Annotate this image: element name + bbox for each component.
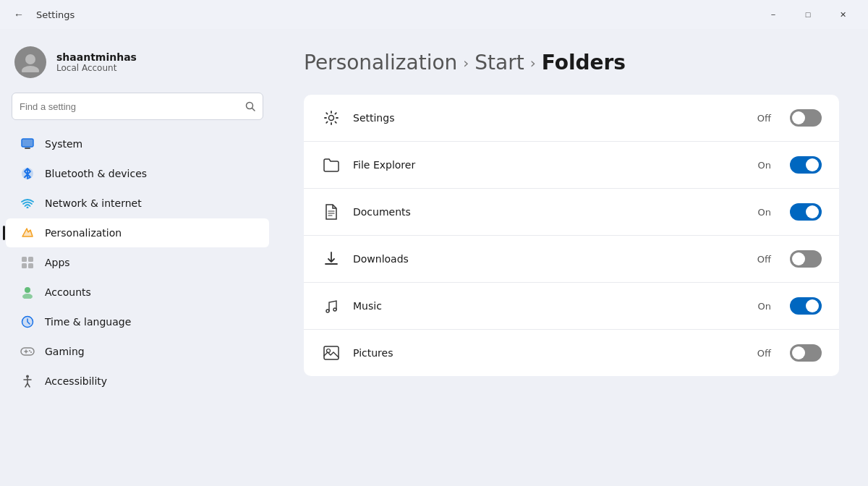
music-toggle[interactable] (790, 297, 822, 315)
search-icon (245, 101, 255, 111)
svg-rect-6 (22, 139, 33, 147)
svg-rect-13 (28, 263, 33, 268)
file-explorer-status: On (758, 160, 771, 171)
app-body: shaantminhas Local Account (0, 29, 868, 486)
svg-rect-12 (22, 263, 27, 268)
sidebar-item-personalization-label: Personalization (45, 227, 122, 239)
pictures-toggle-thumb (792, 346, 805, 359)
nav-list: System Bluetooth & devices (0, 129, 275, 486)
sidebar-item-bluetooth[interactable]: Bluetooth & devices (6, 159, 269, 188)
sidebar-item-network-label: Network & internet (45, 197, 142, 209)
pictures-label: Pictures (353, 347, 746, 359)
accounts-icon (20, 285, 35, 299)
user-info: shaantminhas Local Account (56, 51, 137, 73)
sidebar-item-network[interactable]: Network & internet (6, 189, 269, 218)
time-icon (20, 315, 35, 329)
titlebar: ← Settings − □ ✕ (0, 0, 868, 29)
svg-point-15 (22, 294, 33, 299)
svg-point-9 (27, 207, 29, 209)
network-icon (20, 196, 35, 210)
settings-toggle[interactable] (790, 109, 822, 127)
documents-toggle[interactable] (790, 203, 822, 221)
setting-row-settings: Settings Off (304, 95, 839, 142)
sidebar-item-accounts[interactable]: Accounts (6, 278, 269, 307)
downloads-toggle[interactable] (790, 250, 822, 268)
back-button[interactable]: ← (9, 4, 29, 25)
app-title: Settings (36, 9, 749, 20)
main-content: Personalization › Start › Folders Settin… (275, 29, 868, 486)
music-toggle-thumb (806, 299, 819, 312)
sidebar-item-bluetooth-label: Bluetooth & devices (45, 168, 147, 179)
sidebar-item-system[interactable]: System (6, 129, 269, 158)
settings-status: Off (757, 113, 771, 124)
file-explorer-toggle-thumb (806, 158, 819, 171)
maximize-button[interactable]: □ (791, 3, 825, 26)
settings-label: Settings (353, 112, 746, 124)
svg-point-22 (30, 351, 32, 353)
close-button[interactable]: ✕ (826, 3, 859, 26)
settings-toggle-track[interactable] (790, 109, 822, 127)
pictures-icon (321, 343, 341, 363)
avatar (14, 46, 46, 78)
music-status: On (758, 301, 771, 312)
sidebar-item-accounts-label: Accounts (45, 286, 91, 298)
sidebar-item-accessibility-label: Accessibility (45, 375, 107, 387)
sidebar-item-personalization[interactable]: Personalization (6, 218, 269, 247)
sidebar-item-gaming-label: Gaming (45, 346, 85, 357)
setting-row-file-explorer: File Explorer On (304, 142, 839, 189)
svg-point-0 (25, 54, 35, 64)
folder-icon (321, 155, 341, 175)
sidebar-item-apps[interactable]: Apps (6, 248, 269, 277)
search-input[interactable] (20, 101, 239, 112)
sidebar-item-gaming[interactable]: Gaming (6, 337, 269, 366)
svg-rect-7 (25, 148, 30, 149)
search-box (12, 93, 263, 120)
setting-row-pictures: Pictures Off (304, 330, 839, 376)
downloads-toggle-thumb (792, 252, 805, 265)
music-label: Music (353, 300, 746, 312)
apps-icon (20, 255, 35, 270)
svg-point-23 (26, 375, 29, 378)
svg-rect-11 (28, 257, 33, 262)
svg-rect-10 (22, 257, 27, 262)
breadcrumb-folders: Folders (542, 51, 626, 74)
minimize-button[interactable]: − (757, 3, 790, 26)
setting-row-music: Music On (304, 283, 839, 330)
personalization-icon (20, 226, 35, 240)
breadcrumb-start[interactable]: Start (475, 51, 524, 74)
breadcrumb-personalization[interactable]: Personalization (304, 51, 457, 74)
pictures-status: Off (757, 348, 771, 359)
account-type: Local Account (56, 63, 137, 73)
user-section: shaantminhas Local Account (0, 29, 275, 93)
gaming-icon (20, 344, 35, 359)
music-icon (321, 296, 341, 316)
breadcrumb-sep-2: › (530, 54, 536, 72)
downloads-toggle-track[interactable] (790, 250, 822, 268)
setting-row-documents: Documents On (304, 189, 839, 236)
breadcrumb-sep-1: › (463, 54, 469, 72)
svg-line-3 (252, 108, 255, 111)
pictures-toggle[interactable] (790, 344, 822, 362)
svg-point-24 (329, 116, 334, 121)
downloads-status: Off (757, 254, 771, 265)
sidebar: shaantminhas Local Account (0, 29, 275, 486)
svg-point-21 (29, 350, 30, 351)
setting-row-downloads: Downloads Off (304, 236, 839, 283)
accessibility-icon (20, 374, 35, 388)
file-explorer-toggle-track[interactable] (790, 156, 822, 174)
sidebar-item-time[interactable]: Time & language (6, 307, 269, 336)
svg-rect-28 (324, 346, 339, 359)
window-controls: − □ ✕ (757, 3, 859, 26)
download-icon (321, 249, 341, 269)
documents-label: Documents (353, 206, 746, 218)
music-toggle-track[interactable] (790, 297, 822, 315)
file-explorer-toggle[interactable] (790, 156, 822, 174)
svg-point-14 (25, 287, 30, 293)
pictures-toggle-track[interactable] (790, 344, 822, 362)
documents-toggle-track[interactable] (790, 203, 822, 221)
svg-point-29 (327, 349, 331, 353)
system-icon (20, 137, 35, 151)
sidebar-item-accessibility[interactable]: Accessibility (6, 367, 269, 396)
downloads-label: Downloads (353, 253, 746, 265)
file-explorer-label: File Explorer (353, 159, 746, 171)
